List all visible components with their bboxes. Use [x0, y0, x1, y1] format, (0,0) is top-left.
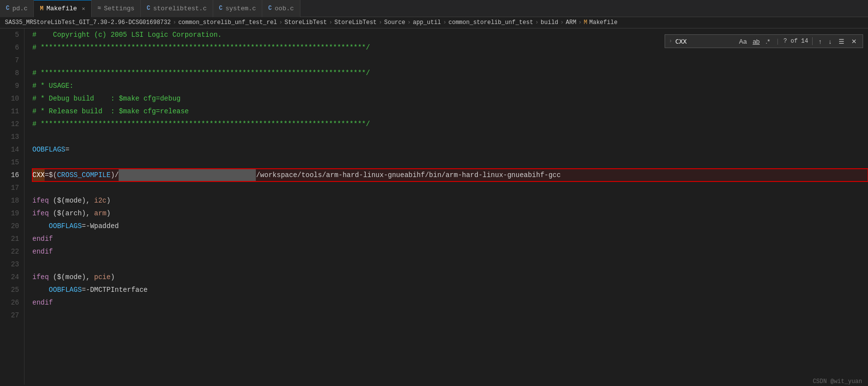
code-line-14: OOBFLAGS=: [32, 143, 868, 156]
code-line-9: # * USAGE:: [32, 79, 868, 92]
line-number: 5: [5, 28, 19, 41]
line-number: 20: [5, 220, 19, 232]
code-line-22: endif: [32, 245, 868, 258]
settings-file-icon: ≈: [98, 5, 101, 12]
line-number: 24: [5, 271, 19, 283]
line-number: 6: [5, 41, 19, 54]
search-controls: Aa ab .* | ? of 14: [737, 37, 808, 46]
code-line-8: # **************************************…: [32, 67, 868, 79]
line-numbers: 5 6 7 8 9 10 11 12 13 14 15 16 17 18 19 …: [0, 28, 25, 385]
code-line-23: [32, 258, 868, 271]
match-count: ? of 14: [784, 38, 808, 45]
line-number: 17: [5, 181, 19, 194]
line-number: 10: [5, 92, 19, 105]
tab-storelibtest[interactable]: C storelibtest.c: [141, 0, 213, 17]
regex-button[interactable]: .*: [764, 37, 772, 46]
user-label: CSDN @wit_yuan: [813, 378, 862, 385]
line-number: 21: [5, 232, 19, 245]
line-number: 22: [5, 245, 19, 258]
tab-settings[interactable]: ≈ Settings: [92, 0, 141, 17]
status-bar: CSDN @wit_yuan: [807, 377, 868, 386]
prev-match-button[interactable]: ↑: [817, 37, 824, 46]
whole-word-button[interactable]: ab: [751, 37, 762, 46]
code-line-21: endif: [32, 232, 868, 245]
tab-label: storelibtest.c: [153, 5, 207, 12]
line-number: 7: [5, 54, 19, 67]
tab-oob-c[interactable]: C oob.c: [262, 0, 300, 17]
code-line-10: # * Debug build : $make cfg=debug: [32, 92, 868, 105]
toggle-replace-button[interactable]: ☰: [837, 37, 846, 46]
c-file-icon: C: [219, 5, 223, 12]
code-content[interactable]: # Copyright (c) 2005 LSI Logic Corporati…: [25, 28, 868, 385]
c-file-icon: C: [147, 5, 150, 12]
line-number: 15: [5, 156, 19, 169]
divider: [812, 37, 813, 45]
line-number: 11: [5, 105, 19, 118]
code-line-19: ifeq ($(arch), arm): [32, 207, 868, 220]
code-line-17: [32, 181, 868, 194]
search-arrow-icon: ›: [669, 38, 672, 45]
code-line-13: [32, 130, 868, 143]
code-line-27: [32, 309, 868, 322]
line-number: 16: [5, 169, 19, 181]
tab-label: system.c: [225, 5, 256, 12]
line-number: 19: [5, 207, 19, 220]
tab-makefile[interactable]: M Makefile ✕: [34, 0, 91, 17]
tab-label: pd.c: [12, 5, 27, 12]
code-line-26: endif: [32, 296, 868, 309]
tab-bar: C pd.c M Makefile ✕ ≈ Settings C storeli…: [0, 0, 868, 17]
line-number: 14: [5, 143, 19, 156]
code-line-20: OOBFLAGS=-Wpadded: [32, 220, 868, 232]
line-number: 8: [5, 67, 19, 79]
line-number: 26: [5, 296, 19, 309]
code-line-7: [32, 54, 868, 67]
code-line-16: CXX=$(CROSS_COMPILE)/███████████████████…: [32, 169, 868, 181]
line-number: 23: [5, 258, 19, 271]
tab-label: Makefile: [47, 5, 77, 12]
tab-system-c[interactable]: C system.c: [213, 0, 263, 17]
code-line-11: # * Release build : $make cfg=release: [32, 105, 868, 118]
search-input[interactable]: [675, 38, 734, 45]
code-line-18: ifeq ($(mode), i2c): [32, 194, 868, 207]
code-line-25: OOBFLAGS=-DMCTPInterface: [32, 283, 868, 296]
c-file-icon: C: [6, 5, 9, 12]
line-number: 9: [5, 79, 19, 92]
line-number: 12: [5, 118, 19, 130]
c-file-icon: C: [268, 5, 272, 12]
line-number: 25: [5, 283, 19, 296]
close-search-button[interactable]: ✕: [849, 37, 859, 46]
code-line-12: # **************************************…: [32, 118, 868, 130]
line-number: 18: [5, 194, 19, 207]
editor: 5 6 7 8 9 10 11 12 13 14 15 16 17 18 19 …: [0, 28, 868, 385]
breadcrumb: SAS35_MRStoreLibTest_GIT_7.30-2.96-DCSG0…: [0, 17, 868, 28]
tab-close-button[interactable]: ✕: [82, 5, 85, 12]
code-line-15: [32, 156, 868, 169]
tab-pd-c[interactable]: C pd.c: [0, 0, 34, 17]
code-line-24: ifeq ($(mode), pcie): [32, 271, 868, 283]
line-number: 13: [5, 130, 19, 143]
next-match-button[interactable]: ↓: [827, 37, 834, 46]
m-file-icon: M: [40, 5, 43, 12]
case-sensitive-button[interactable]: Aa: [737, 37, 749, 46]
tab-label: Settings: [104, 5, 134, 12]
line-number: 27: [5, 309, 19, 322]
tab-label: oob.c: [275, 5, 294, 12]
search-bar: › Aa ab .* | ? of 14 ↑ ↓ ☰ ✕: [665, 34, 863, 48]
